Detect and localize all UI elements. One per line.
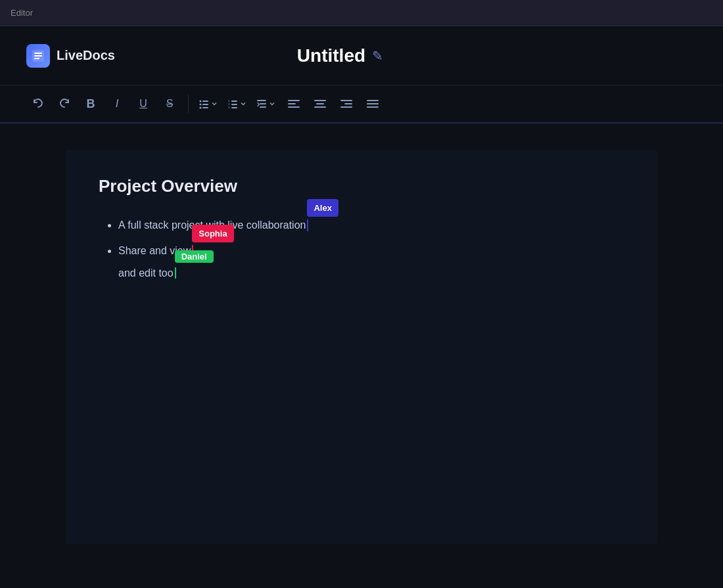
title-bar-label: Editor xyxy=(11,8,33,18)
svg-rect-23 xyxy=(316,103,324,104)
svg-rect-20 xyxy=(288,103,296,104)
svg-text:3.: 3. xyxy=(228,106,230,109)
svg-rect-1 xyxy=(34,53,42,54)
strikethrough-button[interactable]: S xyxy=(158,92,181,116)
svg-point-4 xyxy=(200,101,202,102)
toolbar: B I U S 1. 2. 3. xyxy=(0,85,723,124)
bullet-list-button[interactable] xyxy=(195,92,222,116)
italic-button[interactable]: I xyxy=(105,92,129,116)
daniel-cursor-label: Daniel xyxy=(175,250,214,263)
svg-rect-15 xyxy=(231,107,237,108)
undo-button[interactable] xyxy=(26,92,50,116)
svg-rect-19 xyxy=(288,100,300,101)
doc-title[interactable]: Untitled xyxy=(297,45,365,66)
align-right-button[interactable] xyxy=(335,92,358,116)
align-left-button[interactable] xyxy=(282,92,306,116)
numbered-list-button[interactable]: 1. 2. 3. xyxy=(224,92,250,116)
svg-rect-29 xyxy=(367,103,379,104)
svg-rect-22 xyxy=(314,100,326,101)
svg-rect-13 xyxy=(231,104,237,105)
svg-point-8 xyxy=(200,107,202,109)
svg-rect-18 xyxy=(260,106,266,108)
app-name: LiveDocs xyxy=(57,48,115,63)
svg-rect-9 xyxy=(202,107,208,108)
svg-rect-24 xyxy=(314,106,326,108)
svg-rect-7 xyxy=(202,104,208,105)
continuation-text: and edit too Daniel xyxy=(99,267,624,280)
svg-rect-25 xyxy=(340,100,352,101)
svg-rect-3 xyxy=(34,58,39,59)
svg-point-6 xyxy=(200,104,202,106)
svg-rect-30 xyxy=(367,106,379,108)
edit-icon[interactable]: ✎ xyxy=(372,48,383,64)
alex-cursor-label: Alex xyxy=(307,199,338,217)
document[interactable]: Project Overview A full stack project wi… xyxy=(66,150,657,544)
doc-heading: Project Overview xyxy=(99,176,624,196)
title-bar: Editor xyxy=(0,0,723,26)
svg-rect-2 xyxy=(34,55,42,57)
indent-button[interactable] xyxy=(253,92,279,116)
redo-button[interactable] xyxy=(53,92,76,116)
sophia-cursor-label: Sophia xyxy=(192,225,233,242)
svg-rect-16 xyxy=(257,100,266,101)
underline-button[interactable]: U xyxy=(131,92,155,116)
logo-icon xyxy=(26,44,50,68)
header: LiveDocs Untitled ✎ xyxy=(0,26,723,85)
svg-rect-27 xyxy=(340,106,352,108)
doc-title-area: Untitled ✎ xyxy=(297,45,383,66)
bold-button[interactable]: B xyxy=(79,92,103,116)
continuation-span: and edit too xyxy=(118,267,174,279)
logo-area: LiveDocs xyxy=(26,44,115,68)
svg-rect-11 xyxy=(231,101,237,102)
align-justify-button[interactable] xyxy=(361,92,385,116)
toolbar-divider-1 xyxy=(188,95,189,113)
editor-area[interactable]: Project Overview A full stack project wi… xyxy=(0,124,723,588)
svg-rect-28 xyxy=(367,100,379,101)
svg-rect-5 xyxy=(202,101,208,102)
align-center-button[interactable] xyxy=(308,92,332,116)
svg-rect-17 xyxy=(260,103,266,104)
svg-rect-21 xyxy=(288,106,300,108)
app: LiveDocs Untitled ✎ B I U xyxy=(0,26,723,588)
svg-rect-26 xyxy=(344,103,352,104)
